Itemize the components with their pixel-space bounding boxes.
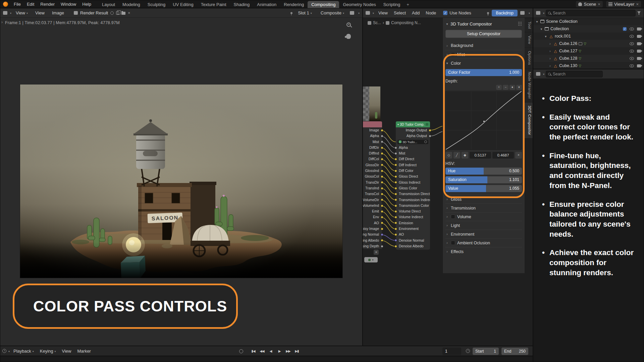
backdrop-chevron-icon[interactable]	[527, 10, 530, 15]
workspace-tab-sculpting[interactable]: Sculpting	[144, 1, 169, 8]
panel-section-color[interactable]: ▾ Color	[445, 59, 522, 67]
workspace-tab-layout[interactable]: Layout	[98, 1, 119, 8]
breadcrumb-tree[interactable]: Compositing N...	[391, 20, 421, 25]
menu-playback[interactable]: Playback	[10, 348, 37, 354]
tab-3dt-compositor[interactable]: 3DT Compositor	[525, 103, 533, 138]
socket-glossind[interactable]	[381, 170, 383, 172]
setup-compositor-button[interactable]: Setup Compositor	[445, 30, 522, 38]
socket-diff-color[interactable]	[394, 170, 397, 172]
socket-emit[interactable]	[381, 210, 383, 213]
menu-window[interactable]: Window	[58, 1, 79, 7]
color-factor-slider[interactable]: Color Factor 1.000	[445, 69, 522, 76]
panel-section-light[interactable]: ›Light	[445, 221, 522, 230]
outliner-search-input[interactable]: Search	[546, 10, 636, 16]
slider-value[interactable]: Value1.055	[445, 185, 522, 192]
properties-search-input[interactable]: Search	[546, 71, 603, 77]
remove-viewlayer-icon[interactable]: ×	[636, 2, 639, 7]
outliner-row-cube-126[interactable]: ›Cube.126▽	[533, 40, 644, 47]
socket-gloss-direct[interactable]	[394, 175, 397, 178]
outliner-row-rock-001[interactable]: ▾rock.001	[533, 33, 644, 40]
slot-dropdown[interactable]: Slot 1	[295, 10, 315, 16]
jump-to-end-button[interactable]: ▶▮	[293, 347, 301, 355]
tab-view[interactable]: View	[525, 33, 533, 47]
socket-image[interactable]	[381, 129, 383, 132]
camera-icon[interactable]	[637, 50, 641, 53]
curve-handle-icon[interactable]: ◇	[445, 152, 452, 159]
close-icon[interactable]: ×	[374, 250, 379, 255]
backdrop-image-icon[interactable]	[520, 11, 525, 15]
workspace-tab-scripting[interactable]: Scripting	[380, 1, 404, 8]
socket-volumedir[interactable]	[381, 198, 383, 201]
panel-section-environment[interactable]: ›Environment	[445, 230, 522, 238]
socket-volumeind[interactable]	[381, 204, 383, 207]
pan-gizmo-icon[interactable]	[346, 34, 351, 39]
render-layers-node[interactable]: ImageAlphaMistDiffDirDiffIndDiffColGloss…	[363, 121, 382, 249]
outliner-editor-type-icon[interactable]	[536, 11, 540, 15]
panel-section-gloss[interactable]: ›Gloss	[445, 195, 522, 203]
workspace-tab-geometry-nodes[interactable]: Geometry Nodes	[339, 1, 379, 8]
slider-saturation[interactable]: Saturation1.101	[445, 176, 522, 183]
node-group-selector[interactable]: 3D Tudo...	[397, 140, 428, 144]
mist-checkbox[interactable]	[451, 52, 455, 57]
editor-type-chevron-icon[interactable]	[542, 10, 544, 15]
workspace-tab-compositing[interactable]: Compositing	[308, 1, 339, 8]
outliner-row-collection[interactable]: ▾Collection	[533, 25, 644, 33]
section-checkbox[interactable]	[451, 215, 455, 219]
editor-type-chevron-icon[interactable]	[542, 71, 544, 76]
image-editor-type-icon[interactable]	[3, 11, 7, 15]
menu-help[interactable]: Help	[79, 1, 94, 7]
prev-frame-button[interactable]: ◀	[267, 347, 275, 355]
menu-view[interactable]: View	[32, 10, 48, 16]
play-button[interactable]: ▶	[275, 347, 283, 355]
filter-icon[interactable]	[637, 11, 641, 15]
disclosure-icon[interactable]: ›	[548, 42, 552, 46]
delete-point-icon[interactable]: ×	[515, 152, 522, 159]
workspace-tab-animation[interactable]: Animation	[253, 1, 280, 8]
eye-icon[interactable]	[630, 50, 634, 53]
socket-alpha-output[interactable]	[429, 135, 431, 137]
disclosure-icon[interactable]: ▾	[544, 35, 547, 38]
camera-icon[interactable]	[637, 42, 641, 45]
properties-editor-type-icon[interactable]	[536, 72, 540, 76]
socket-diffdir[interactable]	[381, 146, 383, 149]
viewlayer-selector[interactable]: ViewLayer ×	[606, 1, 641, 7]
socket-env[interactable]	[381, 216, 383, 219]
panel-section-background[interactable]: › Background	[445, 41, 522, 50]
frame-end-field[interactable]: End 250	[501, 348, 528, 355]
socket-diffcol[interactable]	[381, 158, 383, 161]
panel-section-mist[interactable]: › Mist	[445, 50, 522, 59]
socket-ao[interactable]	[381, 222, 383, 224]
open-image-icon[interactable]	[121, 12, 125, 15]
menu-file[interactable]: File	[11, 1, 24, 7]
node-editor-type-icon[interactable]	[366, 11, 370, 15]
panel-section-ambient-oclusion[interactable]: ›Ambient Oclusion	[445, 238, 522, 247]
jump-to-start-button[interactable]: ▮◀	[249, 347, 257, 355]
next-keyframe-button[interactable]: ▶▶	[284, 347, 292, 355]
pin-icon[interactable]	[290, 12, 292, 14]
eye-icon[interactable]	[630, 42, 634, 45]
socket-glossdir[interactable]	[381, 164, 383, 166]
workspace-tab-modeling[interactable]: Modeling	[119, 1, 144, 8]
socket-glosscol[interactable]	[381, 175, 383, 178]
curve-clip-icon[interactable]: ◆	[462, 152, 468, 159]
duplicate-image-icon[interactable]	[116, 11, 119, 15]
menu-node[interactable]: Node	[423, 10, 439, 16]
tab-options[interactable]: Options	[525, 48, 533, 68]
socket-gloss-color[interactable]	[394, 187, 397, 190]
menu-marker[interactable]: Marker	[74, 348, 94, 354]
menu-add[interactable]: Add	[409, 10, 423, 16]
menu-edit[interactable]: Edit	[24, 1, 37, 7]
socket-alpha[interactable]	[394, 146, 397, 149]
use-preview-range-icon[interactable]	[466, 349, 470, 353]
use-nodes-checkbox[interactable]	[443, 11, 447, 15]
disclosure-icon[interactable]: ›	[548, 49, 552, 53]
outliner-row-cube-128[interactable]: ›Cube.128▽	[533, 55, 644, 62]
zoom-gizmo-icon[interactable]	[346, 22, 351, 27]
socket-environment[interactable]	[394, 228, 397, 230]
menu-view[interactable]: View	[375, 10, 391, 16]
editor-type-chevron-icon[interactable]	[9, 10, 11, 15]
curve-widget[interactable]	[445, 91, 522, 150]
socket-denoising-depth[interactable]	[381, 245, 383, 248]
workspace-tab-rendering[interactable]: Rendering	[280, 1, 308, 8]
image-name[interactable]: Render Result	[80, 10, 108, 15]
